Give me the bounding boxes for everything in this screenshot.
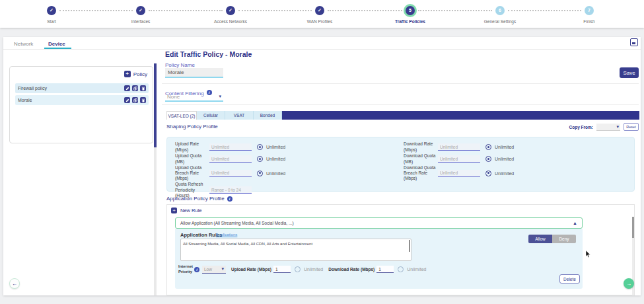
copy-from-label: Copy From: [569, 125, 593, 130]
upload-quota-input[interactable] [209, 155, 252, 163]
rule-summary: Allow Application (All Streaming Media, … [180, 221, 573, 225]
applications-textarea[interactable]: All Streaming Media, All Social Media, A… [180, 239, 411, 261]
step-start[interactable]: ✓ Start [12, 6, 91, 24]
step-label: Access Networks [191, 19, 270, 24]
reset-button[interactable]: Reset [624, 123, 639, 131]
step-finish[interactable]: 7 Finish [550, 6, 629, 24]
scrollbar-thumb[interactable] [632, 217, 634, 238]
unlimited-label: Unlimited [495, 145, 514, 149]
delete-icon[interactable] [140, 85, 146, 91]
step-label: General Settings [460, 19, 540, 24]
chevron-down-icon: ▾ [616, 124, 619, 130]
mouse-cursor [585, 250, 591, 258]
applications-link[interactable]: Applications [216, 233, 237, 237]
copy-icon[interactable] [132, 85, 138, 91]
arrow-right-icon: → [626, 281, 631, 287]
rule-upload-rate-input[interactable] [273, 266, 291, 273]
field-label: Download Quota (MB) [404, 153, 437, 164]
info-icon[interactable]: i [227, 196, 233, 202]
application-title-text: Application Policy Profile [166, 196, 225, 202]
add-policy-button[interactable]: + Policy [124, 71, 147, 77]
save-button[interactable]: Save [620, 67, 639, 78]
step-label: WAN Profiles [280, 19, 359, 24]
policy-name-input[interactable] [165, 68, 223, 78]
arrow-left-icon: ← [12, 281, 17, 287]
field-row: Download Rate (Mbps) Unlimited [404, 141, 569, 153]
unlimited-label: Unlimited [266, 145, 285, 149]
quota-refresh-input[interactable] [209, 186, 252, 194]
policy-list-item[interactable]: Firewall policy [15, 83, 149, 93]
rule-accordion-header[interactable]: Allow Application (All Streaming Media, … [175, 217, 583, 229]
step-wan-profiles[interactable]: ✓ WAN Profiles [280, 6, 359, 24]
page-title: Edit Traffic Policy - Morale [165, 50, 252, 58]
allow-button[interactable]: Allow [528, 235, 552, 243]
priority-select[interactable]: Low ▾ [202, 266, 226, 274]
policy-name: Morale [18, 98, 122, 102]
collapse-icon[interactable]: ▲ [573, 221, 577, 225]
add-policy-label: Policy [133, 71, 147, 77]
step-general-settings[interactable]: 6 General Settings [460, 6, 540, 24]
new-rule-label: New Rule [180, 208, 202, 213]
step-access-networks[interactable]: ✓ Access Networks [191, 6, 270, 24]
unlimited-radio[interactable] [295, 266, 301, 272]
policy-list-item[interactable]: Morale [15, 95, 149, 105]
policy-name: Firewall policy [18, 86, 122, 91]
shaping-section-title: Shaping Policy Profile [166, 124, 218, 130]
chevron-down-icon: ▾ [219, 94, 221, 99]
plus-icon: + [124, 71, 131, 77]
textarea-scrollbar[interactable] [409, 240, 410, 252]
download-breach-rate-input[interactable] [438, 170, 480, 177]
policy-name-label: Policy Name [165, 62, 195, 68]
tab-cellular[interactable]: Cellular [197, 111, 225, 120]
step-interfaces[interactable]: ✓ Interfaces [101, 6, 180, 24]
tab-network[interactable]: Network [10, 39, 37, 49]
content-filtering-select[interactable]: None ▾ [165, 93, 223, 102]
unlimited-label: Unlimited [266, 171, 285, 176]
unlimited-label: Unlimited [266, 157, 285, 161]
unlimited-label: Unlimited [495, 171, 514, 176]
scrollbar-thumb[interactable] [154, 63, 157, 147]
unlimited-radio[interactable] [257, 144, 263, 150]
next-button[interactable]: → [624, 278, 634, 289]
deny-button[interactable]: Deny [552, 235, 576, 243]
download-quota-input[interactable] [438, 155, 480, 163]
unlimited-radio[interactable] [257, 156, 263, 162]
upload-breach-rate-input[interactable] [209, 170, 252, 177]
field-row: Upload Quota Breach Rate (Mbps) Unlimite… [175, 165, 340, 181]
application-rules-container: + New Rule Allow Application (All Stream… [166, 204, 635, 295]
delete-icon[interactable] [140, 97, 146, 103]
step-traffic-policies[interactable]: 5 Traffic Policies [371, 6, 450, 24]
shaping-panel: Upload Rate (Mbps) Unlimited Upload Quot… [166, 137, 635, 192]
tab-vsat[interactable]: VSAT [225, 111, 254, 120]
divider [3, 49, 641, 50]
check-icon: ✓ [136, 6, 145, 15]
edit-icon[interactable] [124, 97, 130, 103]
delete-rule-button[interactable]: Delete [559, 274, 580, 284]
priority-value: Low [204, 267, 212, 272]
unlimited-radio[interactable] [485, 171, 491, 176]
tab-vsat-leo[interactable]: VSAT-LEO (2) [166, 111, 197, 120]
upload-rate-label: Upload Rate (Mbps) [231, 267, 271, 272]
step-label: Traffic Policies [371, 19, 450, 24]
unlimited-radio[interactable] [485, 156, 491, 162]
unlimited-radio[interactable] [485, 144, 491, 150]
download-column: Download Rate (Mbps) Unlimited Download … [404, 141, 569, 182]
unlimited-radio[interactable] [257, 171, 263, 176]
copy-icon[interactable] [132, 97, 138, 103]
content-filtering-value: None [167, 94, 180, 100]
copy-from-select[interactable]: ▾ [596, 124, 620, 131]
divider [162, 104, 639, 105]
rule-download-rate-input[interactable] [376, 266, 394, 273]
download-rate-input[interactable] [438, 143, 480, 151]
tab-bonded[interactable]: Bonded [254, 111, 282, 120]
edit-icon[interactable] [124, 85, 130, 91]
back-button[interactable]: ← [9, 278, 20, 289]
panel-toggle-icon[interactable] [630, 38, 638, 46]
check-icon: ✓ [315, 6, 324, 15]
upload-rate-input[interactable] [209, 143, 252, 151]
new-rule-button[interactable]: + New Rule [171, 208, 202, 213]
info-icon[interactable]: i [194, 267, 199, 272]
unlimited-radio[interactable] [398, 266, 404, 272]
field-row: Upload Rate (Mbps) Unlimited [175, 141, 340, 153]
main-scrollbar[interactable] [154, 63, 157, 295]
